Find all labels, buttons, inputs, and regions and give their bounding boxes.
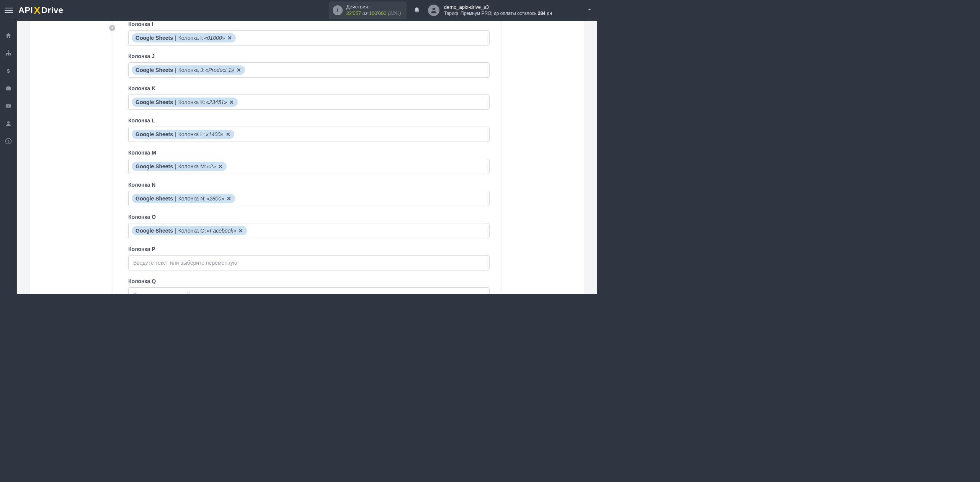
field-block: Колонка NGoogle Sheets | Колонка N: «280…	[128, 182, 490, 206]
svg-text:?: ?	[7, 139, 10, 143]
chip-column: Колонка I:	[178, 35, 203, 41]
user-menu[interactable]: demo_apix-drive_s3 Тариф |Премиум PRO| д…	[428, 4, 552, 16]
chip-value: «1400»	[206, 131, 224, 137]
field-label: Колонка J	[128, 53, 490, 59]
mapping-chip: Google Sheets | Колонка N: «2800»✕	[132, 194, 235, 203]
chip-column: Колонка O:	[178, 228, 206, 234]
card-right-gutter	[501, 21, 585, 294]
logo-drive: Drive	[41, 5, 64, 15]
chip-source: Google Sheets	[136, 35, 173, 41]
field-input[interactable]: Google Sheets | Колонка M: «2»✕	[128, 159, 490, 174]
app-header: API X Drive i Действия: 22'057 из 100'00…	[0, 0, 597, 21]
field-label: Колонка N	[128, 182, 490, 188]
chip-remove-icon[interactable]: ✕	[227, 35, 232, 41]
mapping-card: + Колонка IGoogle Sheets | Колонка I: «0…	[29, 21, 585, 294]
chip-separator: |	[175, 228, 176, 234]
chip-column: Колонка N:	[178, 195, 206, 202]
field-label: Колонка K	[128, 85, 490, 91]
actions-total: 100'000	[369, 10, 387, 16]
field-block: Колонка KGoogle Sheets | Колонка K: «234…	[128, 85, 490, 110]
svg-point-7	[7, 121, 10, 124]
logo-api: API	[18, 5, 33, 15]
field-block: Колонка IGoogle Sheets | Колонка I: «010…	[128, 21, 490, 46]
field-input[interactable]: Google Sheets | Колонка O: «Facebook»✕	[128, 223, 490, 238]
nav-video[interactable]	[5, 102, 12, 110]
chip-value: «Product 1»	[205, 67, 234, 73]
nav-home[interactable]	[5, 32, 12, 39]
nav-rail: $ ?	[0, 21, 17, 294]
chip-column: Колонка L:	[178, 131, 205, 137]
logo[interactable]: API X Drive	[18, 5, 64, 16]
form-area: Колонка IGoogle Sheets | Колонка I: «010…	[113, 21, 501, 294]
nav-briefcase[interactable]	[5, 85, 12, 92]
info-icon: i	[333, 5, 343, 15]
chip-source: Google Sheets	[136, 67, 173, 73]
field-input[interactable]: Введите текст или выберите переменную	[128, 287, 490, 294]
main-area: + Колонка IGoogle Sheets | Колонка I: «0…	[17, 21, 597, 294]
field-label: Колонка M	[128, 150, 490, 156]
chip-source: Google Sheets	[136, 195, 173, 202]
svg-rect-1	[8, 50, 9, 52]
chip-value: «Facebook»	[207, 228, 236, 234]
actions-label: Действия:	[346, 4, 401, 10]
svg-text:$: $	[7, 68, 10, 74]
chip-separator: |	[175, 163, 176, 169]
actions-counter[interactable]: i Действия: 22'057 из 100'000 (22%)	[329, 2, 407, 19]
field-block: Колонка MGoogle Sheets | Колонка M: «2»✕	[128, 150, 490, 174]
mapping-chip: Google Sheets | Колонка I: «01000»✕	[132, 33, 236, 42]
chip-value: «23451»	[206, 99, 227, 105]
chip-source: Google Sheets	[136, 99, 173, 105]
chip-column: Колонка M:	[178, 163, 206, 169]
field-input[interactable]: Введите текст или выберите переменную	[128, 255, 490, 270]
svg-rect-2	[6, 54, 7, 55]
svg-rect-4	[10, 54, 11, 55]
chip-remove-icon[interactable]: ✕	[218, 163, 223, 169]
field-label: Колонка Q	[128, 278, 490, 284]
chip-separator: |	[175, 67, 176, 73]
chip-column: Колонка J:	[178, 67, 204, 73]
field-label: Колонка I	[128, 21, 490, 27]
actions-used: 22'057	[346, 10, 361, 16]
chip-source: Google Sheets	[136, 163, 173, 169]
chip-remove-icon[interactable]: ✕	[238, 228, 243, 234]
field-input[interactable]: Google Sheets | Колонка N: «2800»✕	[128, 191, 490, 206]
mapping-chip: Google Sheets | Колонка K: «23451»✕	[132, 98, 238, 107]
field-block: Колонка JGoogle Sheets | Колонка J: «Pro…	[128, 53, 490, 78]
card-left-gutter: +	[29, 21, 113, 294]
chip-column: Колонка K:	[178, 99, 206, 105]
add-step-button[interactable]: +	[109, 25, 115, 31]
notifications-button[interactable]	[413, 6, 420, 15]
nav-account[interactable]	[5, 120, 12, 127]
field-input[interactable]: Google Sheets | Колонка J: «Product 1»✕	[128, 62, 490, 78]
field-block: Колонка LGoogle Sheets | Колонка L: «140…	[128, 117, 490, 142]
field-input[interactable]: Google Sheets | Колонка I: «01000»✕	[128, 30, 490, 46]
nav-billing[interactable]: $	[5, 67, 12, 75]
mapping-chip: Google Sheets | Колонка M: «2»✕	[132, 162, 227, 171]
chip-remove-icon[interactable]: ✕	[226, 131, 230, 137]
hamburger-menu-button[interactable]	[5, 6, 13, 15]
field-block: Колонка QВведите текст или выберите пере…	[128, 278, 490, 294]
chip-separator: |	[175, 35, 176, 41]
chip-separator: |	[175, 195, 176, 202]
chip-source: Google Sheets	[136, 131, 173, 137]
nav-help[interactable]: ?	[5, 137, 12, 145]
field-block: Колонка PВведите текст или выберите пере…	[128, 246, 490, 270]
mapping-chip: Google Sheets | Колонка J: «Product 1»✕	[132, 65, 245, 75]
chip-source: Google Sheets	[136, 228, 173, 234]
field-label: Колонка O	[128, 214, 490, 220]
chip-value: «01000»	[204, 35, 225, 41]
actions-of: из	[361, 10, 369, 16]
chip-value: «2»	[207, 163, 216, 169]
logo-x: X	[34, 5, 41, 16]
chip-remove-icon[interactable]: ✕	[229, 99, 234, 105]
field-input[interactable]: Google Sheets | Колонка L: «1400»✕	[128, 127, 490, 142]
avatar-icon	[428, 5, 439, 16]
username: demo_apix-drive_s3	[444, 4, 552, 10]
chip-remove-icon[interactable]: ✕	[227, 195, 231, 202]
field-input[interactable]: Google Sheets | Колонка K: «23451»✕	[128, 94, 490, 110]
nav-connections[interactable]	[5, 49, 12, 57]
chevron-down-icon[interactable]	[586, 7, 593, 14]
chip-remove-icon[interactable]: ✕	[237, 67, 241, 73]
field-label: Колонка P	[128, 246, 490, 252]
chip-separator: |	[175, 99, 176, 105]
